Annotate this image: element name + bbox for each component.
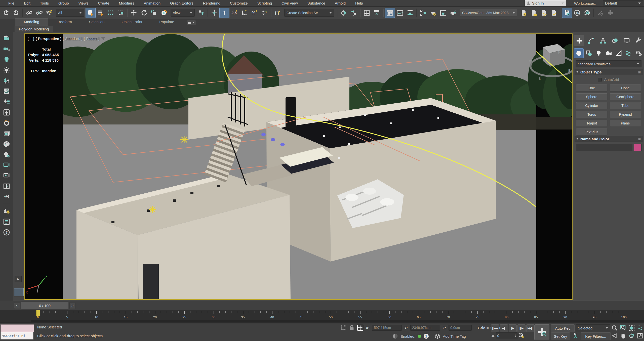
scene-explorer-icon[interactable] xyxy=(362,8,372,18)
autobackup-clock-icon[interactable] xyxy=(562,8,572,18)
utilities-tab[interactable] xyxy=(633,35,643,46)
selection-filter-dropdown[interactable]: All xyxy=(56,9,84,17)
maximize-viewport-toggle-icon[interactable] xyxy=(636,332,644,339)
unlink-selection-icon[interactable] xyxy=(34,8,44,18)
menu-animation[interactable]: Animation xyxy=(139,0,165,7)
go-to-start-button[interactable]: ▌◀◀ xyxy=(491,324,499,332)
textplus-button[interactable]: TextPlus xyxy=(576,129,607,136)
key-selection-dropdown[interactable]: Selected xyxy=(576,324,610,331)
material-paint-icon[interactable] xyxy=(595,8,605,18)
object-color-swatch[interactable] xyxy=(634,144,641,151)
y-coordinate-field[interactable]: 2346,976cm xyxy=(410,325,440,331)
camera-icon[interactable] xyxy=(2,34,11,42)
rendered-frame-window-icon[interactable] xyxy=(438,8,448,18)
time-tag-cube-icon[interactable] xyxy=(435,333,440,339)
tab-polygon-modeling[interactable]: Polygon Modeling xyxy=(15,26,53,32)
object-name-field[interactable] xyxy=(576,144,632,151)
sphere-button[interactable]: Sphere xyxy=(576,93,607,100)
cylinder-button[interactable]: Cylinder xyxy=(576,102,607,109)
quick-render-icon[interactable] xyxy=(448,8,458,18)
security-shield-icon[interactable] xyxy=(392,333,398,339)
page-nodes-icon[interactable] xyxy=(539,8,549,18)
box-button[interactable]: Box xyxy=(576,84,607,92)
auto-key-button[interactable]: Auto Key xyxy=(551,324,575,332)
motion-tab[interactable] xyxy=(610,35,620,46)
expand-panel-button[interactable]: ▶ xyxy=(15,276,22,282)
key-filter-icon[interactable] xyxy=(571,332,580,339)
camera-add-icon[interactable] xyxy=(2,45,11,53)
menu-edit[interactable]: Edit xyxy=(19,0,35,7)
ribbon-overflow-dropdown[interactable] xyxy=(187,20,196,25)
previous-frame-button[interactable]: < xyxy=(14,302,20,309)
torus-button[interactable]: Torus xyxy=(576,111,607,118)
select-by-name-icon[interactable] xyxy=(96,8,106,18)
select-and-rotate-icon[interactable] xyxy=(139,8,149,18)
paint-swirl-icon[interactable] xyxy=(2,87,11,95)
undo-icon[interactable] xyxy=(1,8,11,18)
maxscript-mini-listener[interactable]: MAXScript Mi xyxy=(1,332,33,339)
zoom-icon[interactable] xyxy=(611,324,618,331)
reference-coordinate-dropdown[interactable]: View xyxy=(171,9,195,17)
isolate-selection-icon[interactable] xyxy=(340,325,346,331)
add-tool-icon[interactable] xyxy=(605,8,615,18)
select-and-manipulate-icon[interactable] xyxy=(209,8,219,18)
use-pivot-point-center-icon[interactable] xyxy=(196,8,206,18)
menu-file[interactable]: File xyxy=(4,0,19,7)
viewport-layout-tab[interactable] xyxy=(14,288,24,296)
systems-subtab[interactable] xyxy=(634,48,643,58)
ribbon-tab-populate[interactable]: Populate xyxy=(151,19,183,26)
object-type-rollout[interactable]: Object Type ▣ xyxy=(575,69,642,75)
zoom-all-icon[interactable] xyxy=(619,324,627,331)
name-and-color-rollout[interactable]: Name and Color ▣ xyxy=(575,136,642,142)
window-crossing-icon[interactable] xyxy=(116,8,126,18)
menu-modifiers[interactable]: Modifiers xyxy=(114,0,139,7)
workspace-dropdown[interactable]: Default xyxy=(603,0,643,6)
transform-gizmo-icon[interactable] xyxy=(357,325,363,331)
go-to-end-button[interactable]: ▶▶▌ xyxy=(526,324,534,332)
select-and-move-icon[interactable] xyxy=(129,8,139,18)
menu-graph-editors[interactable]: Graph Editors xyxy=(165,0,198,7)
forest-bell-icon[interactable] xyxy=(2,207,11,215)
cone-button[interactable]: Cone xyxy=(610,84,641,92)
curve-editor-icon[interactable] xyxy=(395,8,405,18)
light-bulb-icon[interactable] xyxy=(2,55,11,64)
primitive-category-dropdown[interactable]: Standard Primitives xyxy=(576,60,641,67)
cameras-subtab[interactable] xyxy=(604,48,614,58)
menu-group[interactable]: Group xyxy=(54,0,74,7)
layer-explorer-icon[interactable] xyxy=(372,8,382,18)
teapot-button[interactable]: Teapot xyxy=(576,120,607,127)
trees-icon[interactable] xyxy=(2,76,11,85)
next-frame-button[interactable]: ▌▶ xyxy=(517,324,526,332)
help-icon[interactable]: ? xyxy=(2,228,11,236)
play-button[interactable]: ▶ xyxy=(509,324,517,332)
page-graph-icon[interactable] xyxy=(549,8,559,18)
sign-in-button[interactable]: Sign In xyxy=(525,0,566,6)
geometry-subtab[interactable] xyxy=(574,48,584,58)
menu-civil-view[interactable]: Civil View xyxy=(277,0,303,7)
project-folder-dropdown[interactable]: C:\Users\Gen...3ds Max 2023 xyxy=(460,9,517,17)
time-configuration-icon[interactable] xyxy=(518,333,525,339)
fisheye-icon[interactable] xyxy=(2,193,11,201)
helpers-subtab[interactable] xyxy=(614,48,624,58)
pan-view-icon[interactable] xyxy=(619,332,627,339)
redo-icon[interactable] xyxy=(11,8,21,18)
ribbon-tab-object-paint[interactable]: Object Paint xyxy=(113,19,151,26)
ribbon-toggle-icon[interactable] xyxy=(385,8,395,18)
bind-to-space-warp-icon[interactable] xyxy=(44,8,54,18)
monitor-icon[interactable] xyxy=(2,161,11,169)
menu-customize[interactable]: Customize xyxy=(225,0,253,7)
menu-help[interactable]: Help xyxy=(350,0,368,7)
viewport-grid-icon[interactable] xyxy=(2,182,11,190)
tree-list-icon[interactable] xyxy=(2,98,11,106)
ribbon-tab-modeling[interactable]: Modeling xyxy=(15,18,48,26)
page-gear-icon[interactable] xyxy=(519,8,529,18)
bulb-gear-icon[interactable] xyxy=(2,150,11,159)
list-lines-icon[interactable] xyxy=(2,218,11,226)
spinner-snap-icon[interactable]: ? xyxy=(260,8,270,18)
mirror-icon[interactable] xyxy=(339,8,349,18)
shapes-subtab[interactable] xyxy=(584,48,594,58)
spacewarps-subtab[interactable] xyxy=(624,48,634,58)
rectangular-selection-region-icon[interactable] xyxy=(106,8,116,18)
tree-frame-icon[interactable] xyxy=(2,108,11,116)
notification-badge[interactable]: 1 xyxy=(424,334,429,339)
